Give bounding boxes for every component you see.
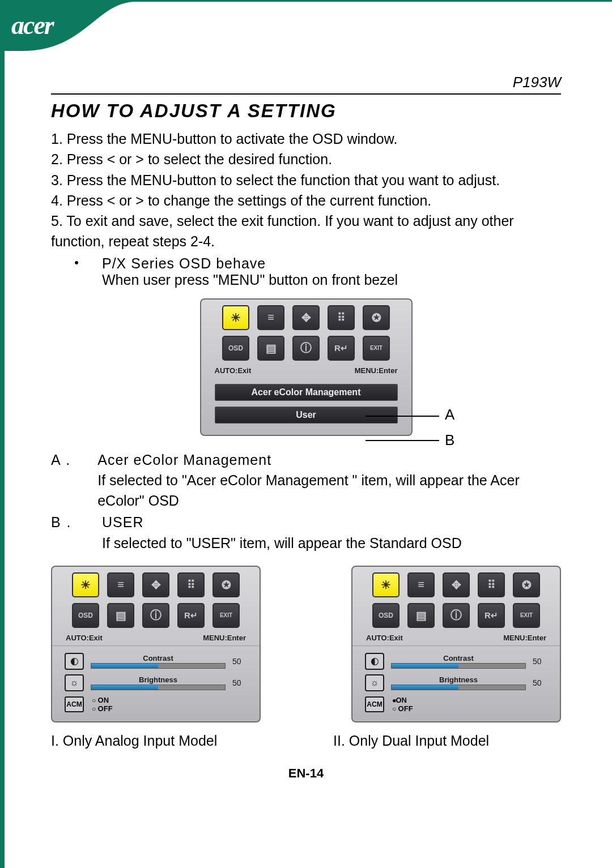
def-b: B . USER If selected to "USER" item, wil… — [51, 512, 561, 553]
figure-captions: I. Only Analog Input Model II. Only Dual… — [51, 733, 561, 749]
dual-osd-figures: ☀ ≡ ✥ ⠿ ✪ OSD ▤ ⓘ R↵ EXIT AUTO:Exit MENU… — [51, 566, 561, 722]
hint-menu-enter: MENU:Enter — [203, 634, 246, 642]
contrast-value: 50 — [232, 657, 247, 666]
contrast-slider[interactable]: ◐ Contrast 50 — [65, 653, 247, 670]
osd-icon[interactable]: OSD — [222, 336, 249, 361]
acm-icon: ACM — [65, 696, 84, 712]
hint-menu-enter: MENU:Enter — [355, 366, 398, 375]
model-number: P193W — [51, 74, 561, 91]
input-icon[interactable]: ▤ — [257, 336, 284, 361]
acm-off[interactable]: OFF — [392, 704, 413, 713]
osd-row-2: OSD ▤ ⓘ R↵ EXIT — [207, 336, 406, 361]
step-1: 1. Press the MENU-button to activate the… — [51, 129, 561, 149]
contrast-value: 50 — [533, 657, 547, 666]
series-head: P/X Series OSD behave — [102, 255, 561, 272]
menu-list-icon[interactable]: ≡ — [107, 572, 134, 597]
def-a-head: Acer eColor Management — [97, 450, 561, 470]
exit-icon[interactable]: EXIT — [513, 603, 540, 628]
brightness-label: Brightness — [91, 675, 226, 684]
brightness2-icon: ☼ — [65, 674, 84, 691]
caption-dual: II. Only Dual Input Model — [316, 733, 561, 749]
osd-dual: ☀ ≡ ✥ ⠿ ✪ OSD ▤ ⓘ R↵ EXIT AUTO:Exit MENU… — [351, 566, 561, 722]
hint-menu-enter: MENU:Enter — [503, 634, 546, 642]
callout-line-a — [366, 416, 439, 417]
reset-icon[interactable]: R↵ — [328, 336, 355, 361]
brand-logo: acer — [11, 10, 53, 40]
page-title: HOW TO ADJUST A SETTING — [51, 100, 561, 122]
step-3: 3. Press the MENU-button to select the f… — [51, 170, 561, 190]
position-icon[interactable]: ✥ — [443, 572, 470, 597]
osd-hints: AUTO:Exit MENU:Enter — [207, 366, 406, 378]
contrast-icon: ◐ — [365, 653, 384, 670]
reset-icon[interactable]: R↵ — [478, 603, 505, 628]
brightness-icon[interactable]: ☀ — [72, 572, 99, 597]
page-left-rule — [0, 0, 5, 868]
language-icon[interactable]: ✪ — [363, 305, 390, 330]
series-body: When user press "MENU" button on front b… — [102, 272, 561, 288]
menu-list-icon[interactable]: ≡ — [257, 305, 284, 330]
def-b-label: B . — [51, 512, 102, 553]
header-rule — [51, 93, 561, 95]
header-curve — [0, 0, 612, 74]
osd-row-1: ☀ ≡ ✥ ⠿ ✪ — [207, 305, 406, 330]
brightness-slider[interactable]: ☼ Brightness 50 — [365, 674, 547, 691]
input-icon[interactable]: ▤ — [107, 603, 134, 628]
color-icon[interactable]: ⠿ — [328, 305, 355, 330]
def-a: A . Acer eColor Management If selected t… — [51, 450, 561, 511]
brightness-value: 50 — [533, 678, 547, 687]
info-icon[interactable]: ⓘ — [443, 603, 470, 628]
position-icon[interactable]: ✥ — [142, 572, 169, 597]
bar-acer-ecolor[interactable]: Acer eColor Management — [215, 384, 398, 401]
series-bullet: • P/X Series OSD behave When user press … — [51, 255, 561, 288]
acm-toggle[interactable]: ACM ON OFF — [65, 696, 247, 713]
hint-auto-exit: AUTO:Exit — [366, 634, 403, 642]
contrast-fill — [91, 664, 158, 668]
info-icon[interactable]: ⓘ — [142, 603, 169, 628]
acm-on[interactable]: ON — [392, 696, 413, 705]
bullet-dot: • — [51, 255, 102, 288]
contrast-label: Contrast — [91, 654, 226, 662]
info-icon[interactable]: ⓘ — [292, 336, 320, 361]
brightness-value: 50 — [232, 678, 247, 687]
language-icon[interactable]: ✪ — [513, 572, 540, 597]
brightness-icon[interactable]: ☀ — [222, 305, 249, 330]
callout-label-b: B — [445, 431, 454, 449]
language-icon[interactable]: ✪ — [212, 572, 240, 597]
menu-list-icon[interactable]: ≡ — [407, 572, 435, 597]
brightness-slider[interactable]: ☼ Brightness 50 — [65, 674, 247, 691]
color-icon[interactable]: ⠿ — [478, 572, 505, 597]
acm-toggle[interactable]: ACM ON OFF — [365, 696, 547, 713]
brightness-label: Brightness — [391, 675, 526, 684]
def-b-body: If selected to "USER" item, will appear … — [102, 533, 462, 553]
brightness2-icon: ☼ — [365, 674, 384, 691]
contrast-label: Contrast — [391, 654, 526, 662]
def-a-body: If selected to "Acer eColor Management "… — [97, 470, 561, 511]
caption-analog: I. Only Analog Input Model — [51, 733, 296, 749]
osd-icon[interactable]: OSD — [72, 603, 99, 628]
contrast-slider[interactable]: ◐ Contrast 50 — [365, 653, 547, 670]
hint-auto-exit: AUTO:Exit — [66, 634, 103, 642]
step-4: 4. Press < or > to change the settings o… — [51, 190, 561, 211]
callout-label-a: A — [445, 406, 454, 424]
exit-icon[interactable]: EXIT — [212, 603, 240, 628]
page-number: EN-14 — [51, 766, 561, 781]
steps-list: 1. Press the MENU-button to activate the… — [51, 129, 561, 252]
callout-line-b — [366, 440, 439, 441]
def-a-label: A . — [51, 450, 97, 511]
color-icon[interactable]: ⠿ — [177, 572, 205, 597]
brightness-fill — [91, 685, 158, 690]
bar-user[interactable]: User — [215, 407, 398, 424]
acm-off[interactable]: OFF — [92, 704, 113, 713]
contrast-icon: ◐ — [65, 653, 84, 670]
definitions: A . Acer eColor Management If selected t… — [51, 450, 561, 553]
brightness-icon[interactable]: ☀ — [372, 572, 400, 597]
reset-icon[interactable]: R↵ — [177, 603, 205, 628]
position-icon[interactable]: ✥ — [292, 305, 320, 330]
osd-icon[interactable]: OSD — [372, 603, 400, 628]
exit-icon[interactable]: EXIT — [363, 336, 390, 361]
step-5: 5. To exit and save, select the exit fun… — [51, 211, 561, 252]
acm-on[interactable]: ON — [92, 696, 113, 705]
acm-icon: ACM — [365, 696, 384, 712]
def-b-head: USER — [102, 512, 462, 532]
input-icon[interactable]: ▤ — [407, 603, 435, 628]
